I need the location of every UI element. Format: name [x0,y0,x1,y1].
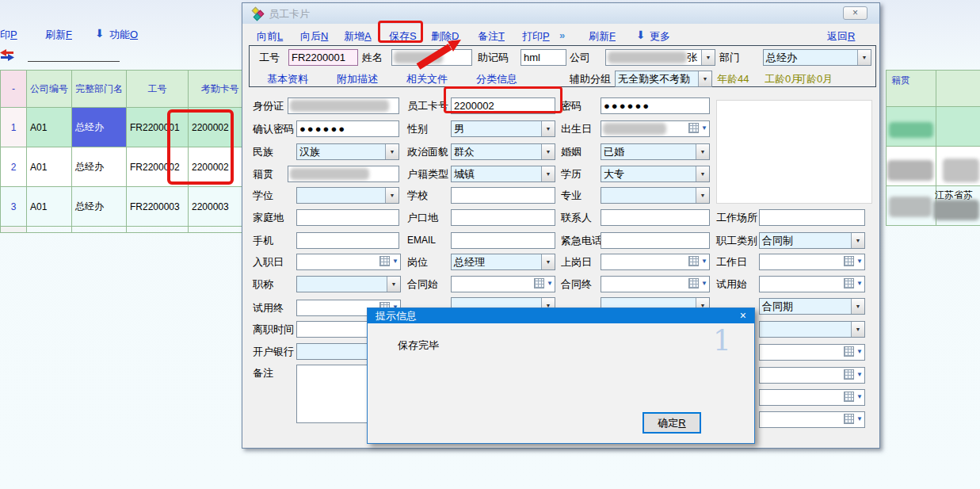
cell-dept[interactable]: 总经办 [72,187,127,227]
dialog-titlebar[interactable]: 员工卡片 × [242,3,879,24]
close-button[interactable]: × [843,6,868,20]
birth-date-field[interactable]: ▼ [601,120,710,137]
note-button[interactable]: 备注T [478,29,505,44]
add-button[interactable]: 新增A [344,29,372,44]
ethnic-combo[interactable]: 汉族▼ [296,143,399,160]
gender-combo[interactable]: 男▼ [451,120,555,137]
chevron-down-icon[interactable]: ▼ [857,50,871,65]
bg-functions-button[interactable]: 功能O [109,28,138,42]
calendar-icon[interactable] [534,278,544,288]
col-header-dept[interactable]: 完整部门名 [72,71,127,108]
refresh-button[interactable]: 刷新F [589,29,616,44]
calendar-icon[interactable] [688,123,699,133]
right-combo[interactable]: ▼ [759,321,865,338]
chevron-more-icon[interactable]: » [559,29,565,41]
calendar-icon[interactable] [688,256,699,266]
email-field[interactable] [451,232,555,249]
tab-extra-desc[interactable]: 附加描述 [337,72,378,86]
prev-button[interactable]: 向前L [257,29,283,44]
cstart-field[interactable]: ▼ [451,276,555,292]
chevron-down-icon[interactable]: ▼ [701,258,707,265]
workplace-field[interactable] [759,209,865,226]
bg-search-input[interactable] [28,49,120,62]
tab-classification[interactable]: 分类信息 [476,72,517,86]
regaddr-field[interactable] [451,209,555,226]
cpwd-field[interactable]: ●●●●●● [296,120,399,137]
chevron-down-icon[interactable]: ▼ [541,254,555,269]
chevron-down-icon[interactable]: ▼ [856,416,863,422]
politic-combo[interactable]: 群众▼ [451,143,555,160]
calendar-icon[interactable] [844,392,854,402]
ok-button[interactable]: 确定 R [643,412,701,434]
cell-dept-selected[interactable]: 总经办 [72,108,127,147]
chevron-down-icon[interactable]: ▼ [851,299,864,314]
calendar-icon[interactable] [379,256,390,266]
chevron-down-icon[interactable]: ▼ [541,166,555,181]
homeaddr-field[interactable] [296,209,399,226]
chevron-down-icon[interactable]: ▼ [541,144,555,159]
right-date-field[interactable]: ▼ [759,344,865,361]
chevron-down-icon[interactable]: ▼ [856,372,863,378]
chevron-down-icon[interactable]: ▼ [547,281,553,287]
bg-refresh-button[interactable]: 刷新F [45,28,72,42]
pwd-field[interactable]: ●●●●●● [601,97,710,114]
chevron-down-icon[interactable]: ▼ [701,281,707,287]
back-button[interactable]: 返回R [827,29,855,44]
major-combo[interactable]: ▼ [601,187,710,204]
chevron-down-icon[interactable]: ▼ [698,71,711,86]
chevron-down-icon[interactable]: ▼ [856,281,863,287]
empno-field[interactable]: FR2200001 [288,49,358,66]
workday-field[interactable]: ▼ [759,254,865,270]
degree-combo[interactable]: ▼ [296,187,399,204]
chevron-down-icon[interactable]: ▼ [541,121,555,136]
title-combo[interactable]: ▼ [296,276,401,292]
wtype-combo[interactable]: 合同制▼ [759,232,865,249]
col-header-index[interactable]: - [1,71,27,108]
col-header-native[interactable]: 籍贯 [886,70,936,107]
message-box-titlebar[interactable]: 提示信息 × [368,308,754,323]
chevron-down-icon[interactable]: ▼ [851,322,864,337]
hiredate-field[interactable]: ▼ [296,254,401,270]
mnemonic-field[interactable]: hml [521,49,566,66]
dept-combo[interactable]: 总经办▼ [763,49,871,66]
right-date-field[interactable]: ▼ [759,367,865,384]
calendar-icon[interactable] [688,278,699,288]
contact-field[interactable] [601,209,710,226]
cell-empno[interactable]: FR2200003 [127,187,189,227]
chevron-down-icon[interactable]: ▼ [387,277,400,292]
col-header-company[interactable]: 公司编号 [27,71,72,108]
calendar-icon[interactable] [844,414,854,424]
cell-company[interactable]: A01 [27,187,72,227]
company-combo[interactable]: 张 ▼ [605,49,715,66]
cell-company[interactable]: A01 [27,147,72,187]
idcard-field[interactable] [288,97,399,114]
mobile-field[interactable] [296,232,399,249]
tstart-field[interactable]: ▼ [759,276,865,292]
table-row[interactable]: 3 A01 总经办 FR2200003 2200003 [1,187,252,227]
print-button[interactable]: 打印P [522,29,550,44]
chevron-down-icon[interactable]: ▼ [392,258,398,265]
cell-company[interactable]: A01 [27,108,72,147]
chevron-down-icon[interactable]: ▼ [385,144,398,159]
more-button[interactable]: 更多 [650,29,670,44]
col-header-empno[interactable]: 工号 [127,71,189,108]
auxgroup-combo[interactable]: 无全勤奖不考勤▼ [615,71,712,87]
chevron-down-icon[interactable]: ▼ [701,125,707,132]
chevron-down-icon[interactable]: ▼ [696,188,709,203]
chevron-down-icon[interactable]: ▼ [851,233,864,248]
calendar-icon[interactable] [844,256,854,266]
bg-print-button[interactable]: 印P [0,28,17,42]
marriage-combo[interactable]: 已婚▼ [601,143,710,160]
chevron-down-icon[interactable]: ▼ [696,144,709,159]
edu-combo[interactable]: 大专▼ [601,166,710,182]
chevron-down-icon[interactable]: ▼ [696,166,709,181]
right-date-field[interactable]: ▼ [759,389,865,406]
swap-arrows-icon[interactable] [0,49,14,61]
photo-area[interactable] [716,100,872,204]
chevron-down-icon[interactable]: ▼ [385,188,398,203]
calendar-icon[interactable] [844,369,854,380]
tab-related-files[interactable]: 相关文件 [406,72,448,86]
onboard-field[interactable]: ▼ [601,254,710,270]
hukou-combo[interactable]: 城镇▼ [451,166,555,182]
calendar-icon[interactable] [844,346,854,357]
